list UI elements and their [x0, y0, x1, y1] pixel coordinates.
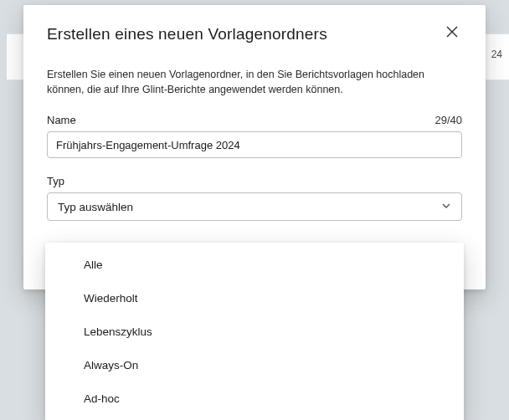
name-input[interactable] — [47, 131, 462, 158]
type-option-alle[interactable]: Alle — [45, 248, 464, 281]
name-field-header: Name 29/40 — [47, 114, 462, 126]
type-select-value: Typ auswählen — [58, 201, 133, 213]
chevron-down-icon — [441, 201, 451, 213]
close-icon — [446, 26, 458, 41]
type-option-always-on[interactable]: Always-On — [45, 348, 464, 382]
modal-description: Erstellen Sie einen neuen Vorlagenordner… — [47, 67, 462, 97]
app-backdrop: 24 Erstellen eines neuen Vorlagenordners… — [0, 0, 509, 420]
name-label: Name — [47, 114, 76, 126]
type-option-wiederholt[interactable]: Wiederholt — [45, 281, 464, 315]
type-dropdown: Alle Wiederholt Lebenszyklus Always-On A… — [45, 243, 464, 420]
modal-title: Erstellen eines neuen Vorlagenordners — [47, 25, 327, 44]
name-char-counter: 29/40 — [434, 114, 462, 126]
type-label: Typ — [47, 175, 462, 187]
type-select[interactable]: Typ auswählen — [47, 192, 462, 221]
modal-header: Erstellen eines neuen Vorlagenordners — [47, 25, 462, 44]
type-option-ad-hoc[interactable]: Ad-hoc — [45, 382, 464, 415]
type-option-lebenszyklus[interactable]: Lebenszyklus — [45, 315, 464, 348]
close-button[interactable] — [442, 23, 462, 44]
background-row-number: 24 — [491, 49, 502, 60]
